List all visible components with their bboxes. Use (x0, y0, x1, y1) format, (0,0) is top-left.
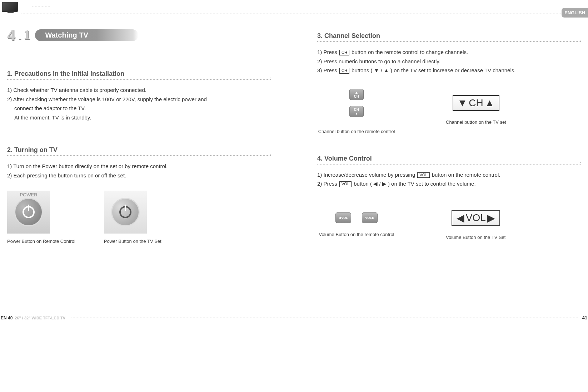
text-fragment: buttons ( ▼ \ ▲ ) on the TV set to incre… (352, 67, 515, 73)
chevron-down-icon: ▼ (355, 112, 358, 116)
tv-logo-icon (2, 2, 18, 12)
power-label: POWER (7, 192, 50, 197)
body-text: 1) Turn on the Power button directly on … (7, 162, 271, 171)
body-text: 2) Press VOL button ( ◀ / ▶ ) on the TV … (317, 179, 581, 188)
vol-label: VOL (341, 216, 348, 220)
decorative-dots (21, 14, 584, 14)
subheading-turning-on: 2. Turning on TV (7, 146, 271, 156)
text-fragment: 2) Press (317, 181, 339, 187)
body-text: 1) Check whether TV antenna cable is pro… (7, 85, 271, 95)
ch-down-button-icon: CH ▼ (349, 106, 364, 117)
ch-button-label: CH (339, 68, 349, 73)
figure-caption: Power Button on Remote Control (7, 239, 75, 244)
power-circle-icon (111, 198, 140, 226)
ch-label: CH (469, 97, 483, 109)
triangle-left-icon: ◀ (457, 212, 464, 224)
dash: - (19, 34, 21, 44)
text-fragment: 1) Press (317, 49, 339, 55)
figure-ch-remote: ▲ CH CH ▼ Channel button on the remote c… (317, 86, 396, 134)
figure-caption: Volume Button on the TV Set (446, 235, 505, 240)
right-column: 3. Channel Selection 1) Press CH button … (317, 29, 581, 342)
power-button-tvset-image (104, 191, 147, 234)
figure-caption: Volume Button on the remote control (317, 232, 396, 237)
vol-remote-buttons: ◀ VOL VOL ▶ (317, 212, 396, 223)
volume-button-figures: ◀ VOL VOL ▶ Volume Button on the remote … (317, 210, 581, 240)
figure-caption: Channel button on the TV set (446, 119, 506, 125)
power-button-figures: POWER Power Button on Remote Control Pow… (7, 191, 271, 244)
ch-up-button-icon: ▲ CH (349, 89, 364, 100)
triangle-up-icon: ▲ (485, 97, 495, 109)
body-text: 1) Increase/decrease volume by pressing … (317, 170, 581, 180)
page-number-right: 41 (582, 315, 587, 320)
triangle-right-icon: ▶ (372, 216, 374, 220)
vol-up-button-icon: VOL ▶ (362, 212, 378, 223)
vol-down-button-icon: ◀ VOL (335, 212, 351, 223)
body-text: 2) Each pressing the button turns on or … (7, 171, 271, 180)
section-title: Watching TV (35, 29, 138, 41)
figure-vol-tvset: ◀ VOL ▶ Volume Button on the TV Set (446, 210, 505, 240)
channel-button-figures: ▲ CH CH ▼ Channel button on the remote c… (317, 86, 581, 134)
power-circle-icon (14, 198, 43, 226)
ch-label: CH (354, 94, 359, 98)
ch-button-label: CH (339, 50, 349, 55)
body-text: 2) After checking whether the voltage is… (7, 95, 271, 104)
text-fragment: 1) Increase/decrease volume by pressing (317, 172, 417, 178)
triangle-left-icon: ◀ (339, 216, 341, 220)
vol-button-label: VOL (339, 181, 352, 187)
footer-model: 26" / 32" WIDE TFT-LCD TV (15, 316, 65, 320)
number-4: 4 (7, 26, 15, 44)
figure-caption: Power Button on the TV Set (104, 239, 161, 244)
text-fragment: 3) Press (317, 67, 339, 73)
body-text: 2) Press numeric buttons to go to a chan… (317, 57, 581, 66)
section-header: 4 - 1 Watching TV (7, 29, 271, 41)
figure-vol-remote: ◀ VOL VOL ▶ Volume Button on the remote … (317, 212, 396, 237)
text-fragment: button ( ◀ / ▶ ) on the TV set to contro… (354, 181, 475, 187)
figure-power-tvset: Power Button on the TV Set (104, 191, 161, 244)
tv-vol-button-icon: ◀ VOL ▶ (452, 210, 500, 226)
left-column: 4 - 1 Watching TV 1. Precautions in the … (7, 29, 271, 342)
text-fragment: button on the remote control. (432, 172, 500, 178)
decorative-dots (70, 318, 578, 318)
subheading-precautions: 1. Precautions in the initial installati… (7, 70, 271, 80)
chevron-up-icon: ▲ (355, 90, 358, 94)
power-symbol-icon (119, 206, 131, 218)
body-text: 1) Press CH button on the remote control… (317, 48, 581, 57)
body-text: At the moment, TV is in standby. (7, 113, 271, 122)
figure-power-remote: POWER Power Button on Remote Control (7, 191, 75, 244)
power-button-remote-image: POWER (7, 191, 50, 234)
triangle-right-icon: ▶ (487, 212, 495, 224)
triangle-down-icon: ▼ (458, 97, 468, 109)
body-text: 3) Press CH buttons ( ▼ \ ▲ ) on the TV … (317, 66, 581, 75)
subheading-channel-selection: 3. Channel Selection (317, 32, 581, 42)
figure-caption: Channel button on the remote control (317, 129, 396, 134)
page-number-left: EN 40 (1, 315, 13, 320)
number-1: 1 (24, 27, 30, 42)
ch-label: CH (354, 108, 359, 112)
power-symbol-icon (23, 206, 35, 218)
body-text: connect the adaptor to the TV. (7, 104, 271, 113)
vol-label: VOL (466, 212, 486, 224)
figure-ch-tvset: ▼ CH ▲ Channel button on the TV set (446, 95, 506, 125)
vol-label: VOL (365, 216, 372, 220)
text-fragment: button on the remote control to change c… (352, 49, 468, 55)
section-number-icon: 4 - 1 (7, 29, 36, 41)
subheading-volume-control: 4. Volume Control (317, 155, 581, 165)
language-tab: ENGLISH (562, 8, 588, 18)
page-footer: EN 40 26" / 32" WIDE TFT-LCD TV 41 (1, 315, 587, 320)
decorative-dots (32, 6, 50, 6)
tv-ch-button-icon: ▼ CH ▲ (453, 95, 500, 111)
vol-button-label: VOL (417, 172, 429, 178)
